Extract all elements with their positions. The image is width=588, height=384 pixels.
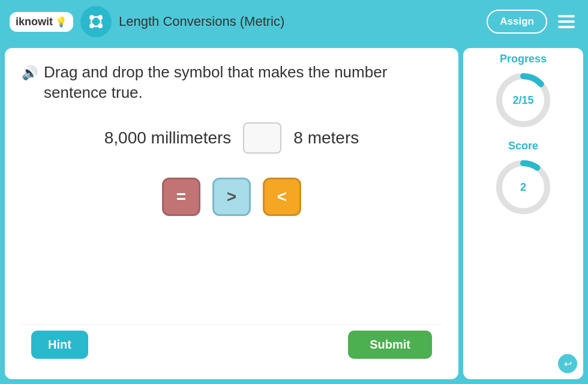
score-section: Score 2 bbox=[468, 140, 578, 217]
assign-button[interactable]: Assign bbox=[487, 10, 547, 34]
equation-area: 8,000 millimeters 8 meters bbox=[22, 122, 442, 154]
question-text: Drag and drop the symbol that makes the … bbox=[44, 62, 442, 103]
progress-donut: 2/15 bbox=[493, 70, 553, 130]
question-panel: 🔊 Drag and drop the symbol that makes th… bbox=[5, 48, 458, 379]
equals-symbol-tile[interactable]: = bbox=[162, 178, 200, 216]
progress-label: Progress bbox=[500, 53, 547, 65]
symbols-area: = > < bbox=[22, 178, 442, 216]
app-header: iknowit 💡 Length Conversions (Metric) As… bbox=[0, 0, 588, 43]
greater-symbol-tile[interactable]: > bbox=[212, 178, 251, 216]
submit-button[interactable]: Submit bbox=[348, 331, 432, 359]
svg-point-3 bbox=[89, 23, 94, 28]
back-icon: ↩ bbox=[564, 358, 572, 370]
main-content: 🔊 Drag and drop the symbol that makes th… bbox=[0, 43, 588, 384]
svg-point-4 bbox=[98, 23, 103, 28]
question-text-area: 🔊 Drag and drop the symbol that makes th… bbox=[22, 62, 442, 103]
right-panel: Progress 2/15 Score 2 bbox=[463, 48, 583, 379]
hint-button[interactable]: Hint bbox=[31, 331, 88, 359]
left-value: 8,000 millimeters bbox=[104, 128, 232, 148]
hamburger-line-2 bbox=[558, 20, 575, 23]
hamburger-line-3 bbox=[558, 26, 575, 28]
score-value: 2 bbox=[520, 181, 526, 194]
drop-target[interactable] bbox=[243, 122, 281, 154]
logo: iknowit 💡 bbox=[10, 12, 73, 32]
svg-point-1 bbox=[89, 15, 94, 20]
progress-section: Progress 2/15 bbox=[468, 53, 578, 130]
back-button[interactable]: ↩ bbox=[558, 354, 577, 373]
svg-point-2 bbox=[98, 15, 103, 20]
right-value: 8 meters bbox=[293, 128, 359, 148]
sound-icon[interactable]: 🔊 bbox=[22, 65, 38, 82]
bottom-bar: Hint Submit bbox=[22, 324, 442, 365]
menu-button[interactable] bbox=[554, 11, 578, 32]
progress-value: 2/15 bbox=[512, 94, 533, 107]
hamburger-line-1 bbox=[558, 15, 575, 17]
bulb-icon: 💡 bbox=[55, 16, 67, 28]
less-symbol-tile[interactable]: < bbox=[263, 178, 301, 216]
lesson-icon bbox=[80, 6, 112, 37]
logo-text: iknowit bbox=[16, 16, 53, 28]
score-donut: 2 bbox=[493, 157, 553, 217]
score-label: Score bbox=[508, 140, 538, 152]
lesson-title: Length Conversions (Metric) bbox=[119, 14, 479, 29]
